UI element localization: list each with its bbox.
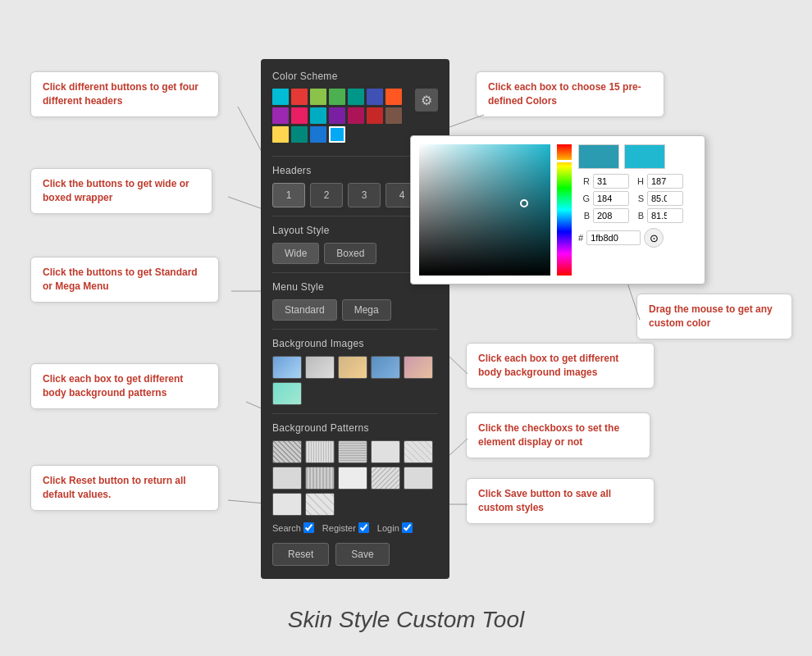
search-checkbox[interactable]: [303, 522, 314, 533]
bg-image-6[interactable]: [272, 382, 302, 405]
divider-5: [272, 413, 438, 414]
b-field-row: B B: [578, 208, 696, 223]
bg-image-5[interactable]: [404, 356, 433, 379]
hue-cursor: [555, 160, 573, 162]
layout-boxed-btn[interactable]: Boxed: [324, 243, 376, 264]
tooltip-checkboxes: Click the checkboxs to set the element d…: [466, 412, 650, 458]
r-input[interactable]: [593, 174, 629, 189]
reset-button[interactable]: Reset: [272, 543, 329, 566]
pattern-1[interactable]: [272, 440, 302, 463]
tooltip-colors: Click each box to choose 15 pre-defined …: [476, 71, 664, 117]
swatch-18[interactable]: [329, 126, 345, 143]
menu-buttons: Standard Mega: [272, 299, 438, 321]
hash-row: # ⊙: [578, 228, 696, 248]
tooltip-reset: Click Reset button to return all default…: [30, 465, 219, 511]
tooltip-patterns: Click each box to get different body bac…: [30, 363, 219, 409]
register-checkbox-label[interactable]: Register: [322, 522, 369, 533]
b-input[interactable]: [593, 208, 629, 223]
bg-image-1[interactable]: [272, 356, 302, 379]
color-swatches: [272, 89, 410, 143]
picker-fields: R H G S B B: [578, 174, 696, 223]
tooltip-menu: Click the buttons to get Standard or Meg…: [30, 257, 219, 303]
menu-standard-btn[interactable]: Standard: [272, 299, 337, 321]
swatch-4[interactable]: [329, 89, 345, 105]
gear-button[interactable]: ⚙: [415, 89, 438, 112]
pattern-6[interactable]: [272, 467, 302, 490]
hash-symbol: #: [578, 233, 583, 243]
gear-icon: ⚙: [421, 93, 432, 108]
pattern-10[interactable]: [404, 467, 433, 490]
pattern-9[interactable]: [371, 467, 400, 490]
layout-wide-btn[interactable]: Wide: [272, 243, 319, 264]
pattern-2[interactable]: [305, 440, 335, 463]
swatch-3[interactable]: [310, 89, 326, 105]
swatch-2[interactable]: [291, 89, 308, 105]
checkbox-row: Search Register Login: [272, 522, 438, 533]
eyedropper-button[interactable]: ⊙: [644, 228, 664, 248]
picker-preview-new: [624, 144, 665, 169]
gradient-cursor: [520, 199, 528, 207]
swatch-14[interactable]: [385, 107, 402, 124]
swatch-11[interactable]: [329, 107, 345, 124]
pattern-thumbs: [272, 440, 438, 516]
bg-image-3[interactable]: [338, 356, 367, 379]
tooltip-save: Click Save button to save all custom sty…: [466, 478, 655, 524]
tooltip-headers: Click different buttons to get four diff…: [30, 71, 219, 117]
r-field-row: R H: [578, 174, 696, 189]
swatch-13[interactable]: [367, 107, 383, 124]
search-checkbox-label[interactable]: Search: [272, 522, 314, 533]
bg-image-thumbs: [272, 356, 438, 405]
tooltip-drag: Drag the mouse to get any custom color: [636, 294, 792, 339]
pattern-5[interactable]: [404, 440, 433, 463]
swatch-5[interactable]: [348, 89, 364, 105]
bg-images-title: Background Images: [272, 338, 438, 349]
picker-preview-old: [578, 144, 619, 169]
pattern-8[interactable]: [338, 467, 367, 490]
header-btn-2[interactable]: 2: [310, 183, 343, 207]
s-input[interactable]: [647, 191, 683, 206]
h-input[interactable]: [647, 174, 683, 189]
pattern-3[interactable]: [338, 440, 367, 463]
menu-mega-btn[interactable]: Mega: [342, 299, 391, 321]
pattern-11[interactable]: [272, 493, 302, 516]
pattern-4[interactable]: [371, 440, 400, 463]
swatch-10[interactable]: [310, 107, 326, 124]
b2-input[interactable]: [647, 208, 683, 223]
hex-input[interactable]: [586, 230, 641, 245]
login-checkbox-label[interactable]: Login: [377, 522, 413, 533]
bg-patterns-title: Background Patterns: [272, 422, 438, 434]
pattern-7[interactable]: [305, 467, 335, 490]
swatch-9[interactable]: [291, 107, 308, 124]
divider-4: [272, 329, 438, 330]
eyedropper-icon: ⊙: [650, 232, 659, 244]
action-buttons: Reset Save: [272, 543, 438, 566]
swatch-1[interactable]: [272, 89, 289, 105]
g-input[interactable]: [593, 191, 629, 206]
swatch-16[interactable]: [291, 126, 308, 143]
login-checkbox[interactable]: [402, 522, 413, 533]
bg-image-4[interactable]: [371, 356, 400, 379]
hue-slider[interactable]: [557, 144, 572, 276]
pattern-12[interactable]: [305, 493, 335, 516]
register-checkbox[interactable]: [358, 522, 369, 533]
swatch-6[interactable]: [367, 89, 383, 105]
svg-line-6: [449, 357, 468, 374]
g-field-row: G S: [578, 191, 696, 206]
save-button[interactable]: Save: [335, 543, 389, 566]
color-gradient-area[interactable]: [419, 144, 550, 276]
bg-image-2[interactable]: [305, 356, 335, 379]
color-scheme-title: Color Scheme: [272, 71, 438, 82]
header-btn-1[interactable]: 1: [272, 183, 305, 207]
svg-line-7: [449, 439, 468, 455]
header-btn-3[interactable]: 3: [348, 183, 381, 207]
picker-right-panel: R H G S B B # ⊙: [578, 144, 696, 276]
color-picker-popup: R H G S B B # ⊙: [410, 135, 705, 285]
swatch-8[interactable]: [272, 107, 289, 124]
picker-preview-row: [578, 144, 696, 169]
page-title: Skin Style Custom Tool: [288, 607, 524, 633]
tooltip-bg-images: Click each box to get different body bac…: [466, 343, 655, 389]
swatch-17[interactable]: [310, 126, 326, 143]
swatch-12[interactable]: [348, 107, 364, 124]
swatch-7[interactable]: [385, 89, 402, 105]
swatch-15[interactable]: [272, 126, 289, 143]
